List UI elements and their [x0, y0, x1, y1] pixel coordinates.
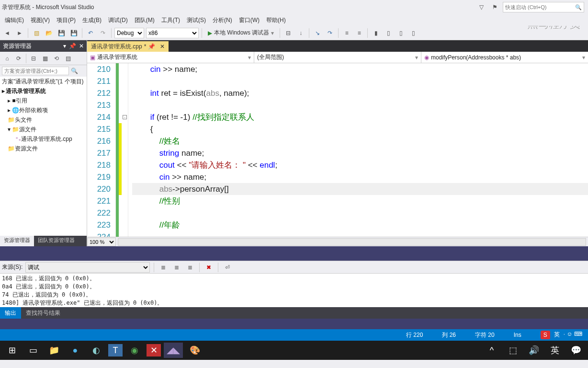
app-icon-4[interactable]: ✕	[147, 344, 161, 356]
paint-icon[interactable]: 🎨	[186, 343, 204, 358]
app-icon-2[interactable]: T	[108, 344, 123, 356]
nav-back-icon[interactable]: ◄	[2, 28, 12, 38]
resources-node[interactable]: 📁 资源文件	[0, 144, 87, 153]
config-select[interactable]: Debug	[114, 28, 144, 38]
browser-icon[interactable]: ●	[66, 343, 84, 358]
ime-lang[interactable]: 英	[554, 331, 560, 339]
member-combo[interactable]: ◉ modifyPerson(Addressbooks * abs) ▾	[421, 52, 588, 63]
indent-right-icon[interactable]: ≡	[354, 28, 364, 38]
source-file-node[interactable]: ⁺₊ 通讯录管理系统.cpp	[0, 134, 87, 144]
properties-icon[interactable]: ▤	[63, 53, 73, 64]
nav-fwd-icon[interactable]: ►	[14, 28, 25, 38]
panel-splitter[interactable]	[0, 246, 588, 261]
close-icon[interactable]: ✕	[79, 43, 84, 49]
file-explorer-icon[interactable]: 📁	[45, 343, 63, 358]
pin-icon[interactable]: 📌	[69, 43, 76, 49]
new-project-icon[interactable]: ▧	[31, 28, 42, 38]
menu-edit[interactable]: 编辑(E)	[2, 15, 27, 25]
close-icon[interactable]: ✕	[160, 43, 165, 50]
window-title: 录管理系统 - Microsoft Visual Studio	[2, 3, 94, 12]
menu-window[interactable]: 窗口(W)	[236, 15, 262, 25]
output-icon-1[interactable]: ≣	[158, 262, 169, 273]
menu-analyze[interactable]: 分析(N)	[210, 15, 235, 25]
collapse-icon[interactable]: ⊟	[28, 53, 39, 64]
sources-node[interactable]: ▾ 📁 源文件	[0, 125, 87, 134]
scope-combo[interactable]: ▣ 通讯录管理系统 ▾	[87, 52, 254, 63]
horizontal-scrollbar[interactable]	[118, 238, 586, 246]
redo-icon[interactable]: ↷	[98, 28, 108, 38]
show-all-icon[interactable]: ▦	[40, 53, 50, 64]
code-editor[interactable]: 2102112122132142152162172182192202212222…	[87, 63, 588, 237]
tab-find-symbol[interactable]: 查找符号结果	[21, 307, 65, 319]
ime-sogou-icon[interactable]: S	[541, 331, 550, 339]
menu-view[interactable]: 视图(V)	[28, 15, 53, 25]
tb-icon-1[interactable]: ⊟	[283, 28, 294, 38]
tray-up-icon[interactable]: ^	[483, 343, 501, 358]
sync-icon[interactable]: ⟳	[13, 53, 24, 64]
tab-team-explorer[interactable]: 团队资源管理器	[34, 236, 79, 246]
menu-help[interactable]: 帮助(H)	[263, 15, 289, 25]
start-button[interactable]: ⊞	[3, 343, 21, 358]
platform-select[interactable]: x86	[146, 28, 199, 38]
refresh-icon[interactable]: ⟲	[51, 53, 62, 64]
tray-network-icon[interactable]: ⬚	[504, 343, 522, 358]
code-lines[interactable]: cin >> name; int ret = isExist(abs, name…	[128, 63, 588, 237]
output-icon-2[interactable]: ≣	[171, 262, 182, 273]
app-icon-3[interactable]: ◉	[125, 343, 144, 358]
menu-tools[interactable]: 工具(T)	[158, 15, 183, 25]
indent-left-icon[interactable]: ≡	[341, 28, 352, 38]
tb-icon-12[interactable]: ▯	[408, 28, 418, 38]
chevron-down-icon[interactable]: ▾	[63, 43, 66, 49]
output-icon-3[interactable]: ≣	[185, 262, 195, 273]
external-deps-node[interactable]: ▸ 🌐 外部依赖项	[0, 105, 87, 115]
ime-extra[interactable]: · ☺ ⌨	[564, 331, 582, 339]
quick-launch[interactable]: 🔍	[503, 2, 584, 12]
menu-build[interactable]: 生成(B)	[79, 15, 104, 25]
references-node[interactable]: ▸ ■ 引用	[0, 96, 87, 105]
menu-debug[interactable]: 调试(D)	[105, 15, 131, 25]
headers-node[interactable]: 📁 头文件	[0, 115, 87, 125]
clear-output-icon[interactable]: ✖	[204, 262, 214, 273]
tb-icon-2[interactable]: ↓	[295, 28, 306, 38]
file-tab-active[interactable]: 通讯录管理系统.cpp * 📌 ✕	[87, 41, 169, 52]
save-all-icon[interactable]: 💾	[68, 28, 79, 38]
solution-search-input[interactable]	[2, 67, 69, 75]
zoom-select[interactable]: 100 %	[87, 238, 116, 246]
feedback-icon[interactable]: ⚑	[489, 2, 500, 12]
menu-project[interactable]: 项目(P)	[54, 15, 79, 25]
home-icon[interactable]: ⌂	[2, 53, 12, 64]
output-text[interactable]: 168 已退出，返回值为 0 (0x0)。 0a4 已退出，返回值为 0 (0x…	[0, 274, 588, 307]
type-combo[interactable]: (全局范围) ▾	[254, 52, 421, 63]
search-icon[interactable]: 🔍	[71, 68, 78, 74]
solution-tree[interactable]: 方案"通讯录管理系统"(1 个项目) ▸通讯录管理系统 ▸ ■ 引用 ▸ 🌐 外…	[0, 77, 87, 236]
pin-icon[interactable]: 📌	[148, 43, 155, 50]
app-icon-1[interactable]: ◐	[87, 343, 105, 358]
project-node[interactable]: ▸通讯录管理系统	[0, 86, 87, 96]
chevron-down-icon: ▾	[415, 54, 418, 61]
toggle-wrap-icon[interactable]: ⏎	[222, 262, 233, 273]
comment-icon[interactable]: ▮	[371, 28, 381, 38]
tray-action-icon[interactable]: 💬	[567, 343, 585, 358]
open-file-icon[interactable]: 📂	[44, 28, 54, 38]
uncomment-icon[interactable]: ▯	[383, 28, 394, 38]
quick-launch-input[interactable]	[505, 4, 575, 10]
solution-node[interactable]: 方案"通讯录管理系统"(1 个项目)	[0, 77, 87, 86]
visual-studio-icon[interactable]: ◢◣	[164, 343, 183, 358]
tab-solution-explorer[interactable]: 资源管理器	[0, 236, 34, 246]
menu-test[interactable]: 测试(S)	[184, 15, 209, 25]
outline-collapse-icon[interactable]: -	[123, 115, 127, 119]
step-over-icon[interactable]: ↷	[325, 28, 335, 38]
task-view-icon[interactable]: ▭	[24, 343, 42, 358]
tray-volume-icon[interactable]: 🔊	[525, 343, 543, 358]
tab-output[interactable]: 输出	[0, 307, 21, 319]
status-bar: 行 220 列 26 字符 20 Ins S 英 · ☺ ⌨	[0, 329, 588, 341]
menu-team[interactable]: 团队(M)	[132, 15, 158, 25]
notifications-icon[interactable]: ▽	[476, 2, 486, 12]
bookmark-icon[interactable]: ▯	[396, 28, 406, 38]
output-source-select[interactable]: 调试	[25, 262, 150, 273]
start-debug-button[interactable]: ▶ 本地 Windows 调试器 ▾	[205, 28, 277, 38]
step-into-icon[interactable]: ↘	[312, 28, 323, 38]
undo-icon[interactable]: ↶	[85, 28, 96, 38]
tray-ime-icon[interactable]: 英	[546, 343, 564, 358]
save-icon[interactable]: 💾	[56, 28, 67, 38]
